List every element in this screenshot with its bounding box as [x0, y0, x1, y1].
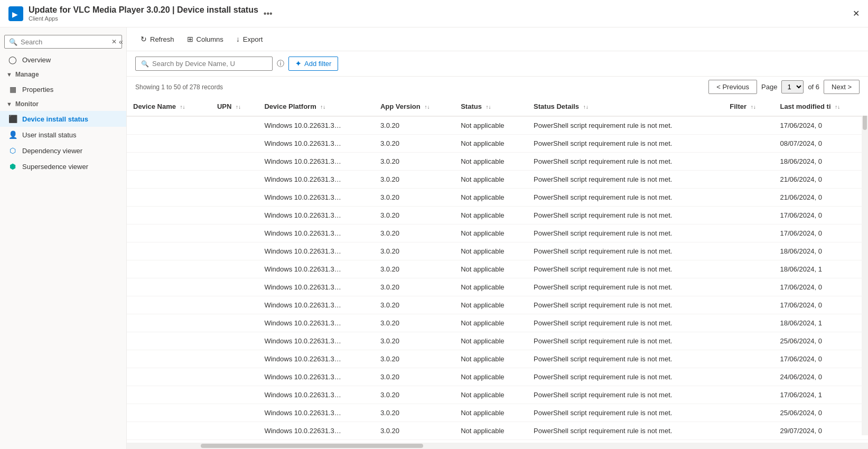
cell-status: Not applicable: [454, 368, 527, 386]
cell-app-version: 3.0.20: [374, 350, 454, 368]
sidebar-group-manage[interactable]: ▼ Manage: [0, 68, 126, 81]
sidebar-item-supersedence-viewer[interactable]: ⬢ Supersedence viewer: [0, 158, 126, 174]
cell-app-version: 3.0.20: [374, 278, 454, 296]
col-filter[interactable]: Filter ↑↓: [723, 97, 773, 116]
records-bar: Showing 1 to 50 of 278 records < Previou…: [127, 77, 868, 97]
cell-device-name: [127, 224, 211, 242]
table-row[interactable]: Windows 10.0.22631.3… 3.0.20 Not applica…: [127, 116, 868, 135]
more-options-icon[interactable]: •••: [264, 9, 273, 18]
collapse-search-icon[interactable]: «: [119, 38, 123, 46]
table-row[interactable]: Windows 10.0.22631.3… 3.0.20 Not applica…: [127, 350, 868, 368]
vertical-scrollbar[interactable]: [862, 97, 868, 435]
sort-icon: ↑↓: [236, 104, 241, 110]
sidebar-item-properties[interactable]: ▦ Properties: [0, 81, 126, 97]
columns-button[interactable]: Columns: [182, 32, 229, 46]
table-row[interactable]: Windows 10.0.22631.3… 3.0.20 Not applica…: [127, 171, 868, 189]
cell-status: Not applicable: [454, 224, 527, 242]
cell-upn: [211, 278, 258, 296]
table-row[interactable]: Windows 10.0.22631.3… 3.0.20 Not applica…: [127, 422, 868, 440]
search-input[interactable]: [21, 38, 109, 46]
cell-status-details: PowerShell script requirement rule is no…: [527, 135, 723, 153]
cell-platform: Windows 10.0.22631.3…: [258, 189, 374, 207]
cell-platform: Windows 10.0.22631.3…: [258, 404, 374, 422]
page-label: Page: [761, 83, 777, 91]
cell-status: Not applicable: [454, 332, 527, 350]
sidebar-item-label: Supersedence viewer: [22, 163, 88, 171]
table-row[interactable]: Windows 10.0.22631.3… 3.0.20 Not applica…: [127, 135, 868, 153]
sidebar-item-device-install-status[interactable]: ⬛ Device install status: [0, 111, 126, 127]
col-device-name[interactable]: Device Name ↑↓: [127, 97, 211, 116]
table-row[interactable]: Windows 10.0.22631.3… 3.0.20 Not applica…: [127, 314, 868, 332]
previous-button[interactable]: < Previous: [708, 80, 757, 94]
sidebar-item-dependency-viewer[interactable]: ⬡ Dependency viewer: [0, 143, 126, 158]
col-app-version[interactable]: App Version ↑↓: [374, 97, 454, 116]
table-row[interactable]: Windows 10.0.22631.3… 3.0.20 Not applica…: [127, 189, 868, 207]
col-device-platform[interactable]: Device Platform ↑↓: [258, 97, 374, 116]
filter-search-box: 🔍: [135, 57, 273, 71]
table-row[interactable]: Windows 10.0.22631.3… 3.0.20 Not applica…: [127, 260, 868, 278]
table-row[interactable]: Windows 10.0.22631.3… 3.0.20 Not applica…: [127, 242, 868, 260]
close-icon[interactable]: ✕: [853, 8, 860, 18]
of-pages: of 6: [808, 83, 819, 91]
content-area: Refresh Columns Export 🔍: [127, 27, 868, 449]
sidebar-item-overview[interactable]: Overview: [0, 52, 126, 68]
records-count: Showing 1 to 50 of 278 records: [135, 83, 708, 91]
cell-device-name: [127, 278, 211, 296]
cell-status-details: PowerShell script requirement rule is no…: [527, 171, 723, 189]
cell-last-modified: 17/06/2024, 0: [773, 278, 868, 296]
next-button[interactable]: Next >: [824, 80, 860, 94]
cell-platform: Windows 10.0.22631.3…: [258, 153, 374, 171]
add-filter-button[interactable]: ✦ Add filter: [288, 57, 338, 71]
pagination: < Previous Page 1 of 6 Next >: [708, 80, 860, 94]
sidebar-group-monitor[interactable]: ▼ Monitor: [0, 97, 126, 111]
cell-app-version: 3.0.20: [374, 260, 454, 278]
cell-status-details: PowerShell script requirement rule is no…: [527, 350, 723, 368]
filter-search-input[interactable]: [152, 60, 267, 68]
table-row[interactable]: Windows 10.0.22631.3… 3.0.20 Not applica…: [127, 368, 868, 386]
cell-last-modified: 29/07/2024, 0: [773, 422, 868, 440]
cell-filter: [723, 422, 773, 440]
cell-device-name: [127, 296, 211, 314]
cell-app-version: 3.0.20: [374, 135, 454, 153]
cell-last-modified: 17/06/2024, 0: [773, 350, 868, 368]
export-button[interactable]: Export: [231, 32, 268, 46]
svg-text:▶: ▶: [12, 10, 18, 18]
device-install-table: Device Name ↑↓ UPN ↑↓ Device Platform ↑↓: [127, 97, 868, 440]
cell-platform: Windows 10.0.22631.3…: [258, 171, 374, 189]
cell-device-name: [127, 242, 211, 260]
clear-search-icon[interactable]: ✕: [111, 38, 117, 45]
table-row[interactable]: Windows 10.0.22631.3… 3.0.20 Not applica…: [127, 224, 868, 242]
sidebar-item-label: Properties: [22, 86, 53, 93]
refresh-label: Refresh: [150, 35, 174, 43]
columns-label: Columns: [197, 35, 223, 43]
table-row[interactable]: Windows 10.0.22631.3… 3.0.20 Not applica…: [127, 332, 868, 350]
horizontal-scrollbar[interactable]: [127, 443, 868, 449]
cell-status: Not applicable: [454, 116, 527, 135]
info-icon[interactable]: [277, 59, 284, 69]
cell-status: Not applicable: [454, 296, 527, 314]
sidebar-item-user-install-status[interactable]: 👤 User install status: [0, 127, 126, 143]
cell-filter: [723, 135, 773, 153]
cell-platform: Windows 10.0.22631.3…: [258, 278, 374, 296]
cell-filter: [723, 296, 773, 314]
table-row[interactable]: Windows 10.0.22631.3… 3.0.20 Not applica…: [127, 296, 868, 314]
col-last-modified[interactable]: Last modified ti ↑↓: [773, 97, 868, 116]
horizontal-scrollbar-thumb[interactable]: [201, 444, 423, 448]
col-status-details[interactable]: Status Details ↑↓: [527, 97, 723, 116]
col-status[interactable]: Status ↑↓: [454, 97, 527, 116]
cell-last-modified: 18/06/2024, 0: [773, 242, 868, 260]
sidebar-search-box: 🔍 ✕ «: [4, 35, 122, 49]
cell-device-name: [127, 189, 211, 207]
cell-upn: [211, 116, 258, 135]
cell-upn: [211, 135, 258, 153]
table-row[interactable]: Windows 10.0.22631.3… 3.0.20 Not applica…: [127, 404, 868, 422]
table-row[interactable]: Windows 10.0.22631.3… 3.0.20 Not applica…: [127, 207, 868, 224]
cell-app-version: 3.0.20: [374, 207, 454, 224]
cell-status: Not applicable: [454, 242, 527, 260]
page-select[interactable]: 1: [781, 80, 804, 93]
table-row[interactable]: Windows 10.0.22631.3… 3.0.20 Not applica…: [127, 278, 868, 296]
refresh-button[interactable]: Refresh: [135, 32, 180, 46]
table-row[interactable]: Windows 10.0.22631.3… 3.0.20 Not applica…: [127, 153, 868, 171]
table-row[interactable]: Windows 10.0.22631.3… 3.0.20 Not applica…: [127, 386, 868, 404]
col-upn[interactable]: UPN ↑↓: [211, 97, 258, 116]
